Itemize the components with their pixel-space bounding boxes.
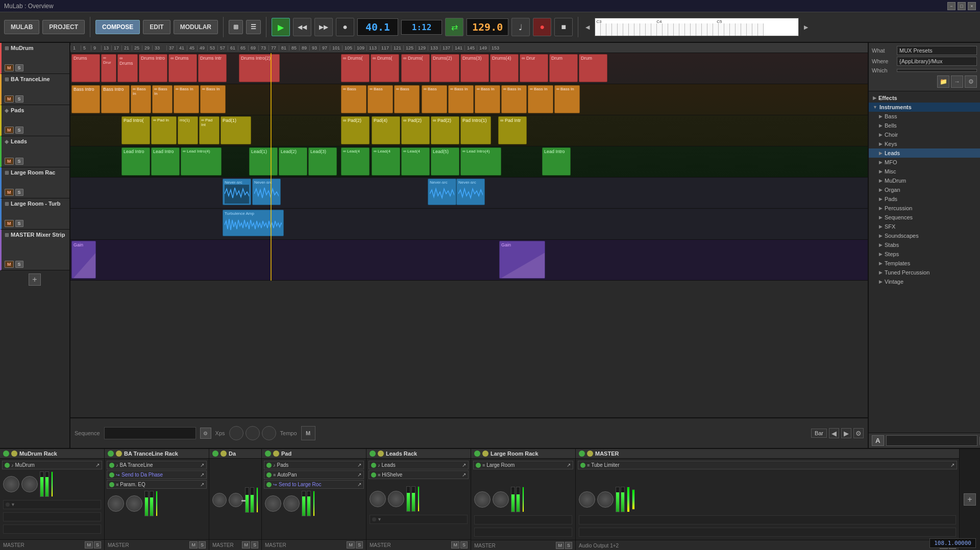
pad-knob[interactable] <box>265 495 281 512</box>
master-knob[interactable] <box>579 491 595 508</box>
bass-clip-5[interactable]: ∞ Bass In <box>174 85 199 113</box>
rewind-button[interactable]: ◀◀ <box>293 18 311 36</box>
turbulence-clip[interactable]: Turbulence Amp <box>223 210 284 236</box>
ba-knob2[interactable] <box>126 495 142 512</box>
mini-keyboard[interactable]: C3 C4 C5 <box>595 18 799 36</box>
pads-clip-1[interactable]: Pad Intro( <box>121 116 150 144</box>
ba-plugin-arrow[interactable]: ↗ <box>200 462 204 468</box>
mudrum-knob[interactable] <box>3 476 19 492</box>
pad-fader1[interactable] <box>302 491 306 516</box>
panic-button[interactable]: ■ <box>554 18 573 36</box>
leads-hi-plugin[interactable]: ≡ HiShelve ↗ <box>369 470 469 479</box>
list-view-button[interactable]: ☰ <box>246 20 261 34</box>
seq-btn-1[interactable] <box>229 426 243 440</box>
largeroom2-solo-btn[interactable]: S <box>15 220 23 227</box>
pads-clip-8[interactable]: ∞ Pad(2) <box>401 116 430 144</box>
tree-templates[interactable]: ▶ Templates <box>869 259 980 268</box>
leads-solo-btn[interactable]: S <box>15 158 23 165</box>
bass-mute-btn[interactable]: M <box>5 95 14 103</box>
bass-clip-6[interactable]: ∞ Bass In <box>200 85 226 113</box>
leads-knob[interactable] <box>370 491 386 507</box>
leads-clip-9[interactable]: ∞ Lead(4 <box>401 147 430 176</box>
pads-clip-9[interactable]: ∞ Pad(2) <box>431 116 459 144</box>
pads-clip-10[interactable]: Pad Intro(1) <box>460 116 491 144</box>
tree-soundscapes[interactable]: ▶ Soundscapes <box>869 231 980 240</box>
leads-clip-1[interactable]: Lead Intro <box>121 147 150 176</box>
drums-clip-9[interactable]: ∞ Drums( <box>371 54 399 82</box>
leads-clip-11[interactable]: ∞ Lead Intro(4) <box>460 147 501 176</box>
bar-prev-btn[interactable]: ◀ <box>829 428 839 438</box>
seq-btn-3[interactable] <box>262 426 276 440</box>
leads-clip-12[interactable]: Lead Intro <box>542 147 571 176</box>
largeroom-plugin-arrow[interactable]: ↗ <box>567 462 571 468</box>
bass-clip-10[interactable]: ∞ Bass <box>422 85 447 113</box>
bass-clip-8[interactable]: ∞ Bass <box>368 85 393 113</box>
largeroom-plugin[interactable]: ≡ Large Room ↗ <box>473 461 573 469</box>
mudrum-plugin[interactable]: ♪ MuDrum ↗ <box>2 461 102 469</box>
tree-misc[interactable]: ▶ Misc <box>869 167 980 176</box>
pad-fader2[interactable] <box>307 491 311 516</box>
pads-clip-4[interactable]: ∞ Pad Int <box>199 116 219 144</box>
edit-button[interactable]: EDIT <box>143 20 170 34</box>
mini-keyboard-prev[interactable]: ◀ <box>583 24 592 31</box>
record-button[interactable]: ● <box>533 18 551 36</box>
pad-plugin[interactable]: ♪ Pads ↗ <box>264 461 364 469</box>
bass-clip-12[interactable]: ∞ Bass In <box>475 85 500 113</box>
drums-clip-5[interactable]: ∞ Drums <box>168 54 197 82</box>
leads-clip-5[interactable]: Lead(2) <box>279 147 307 176</box>
bass-clip-15[interactable]: ∞ Bass In <box>554 85 580 113</box>
tree-sfx[interactable]: ▶ SFX <box>869 222 980 231</box>
metronome-button[interactable]: ♩ <box>511 18 530 36</box>
tree-bass[interactable]: ▶ Bass <box>869 112 980 121</box>
master-send-1[interactable] <box>579 515 956 524</box>
drums-clip-15[interactable]: Drum <box>549 54 578 82</box>
pads-solo-btn[interactable]: S <box>15 127 23 134</box>
master-plugin-arrow[interactable]: ↗ <box>950 462 954 468</box>
pad-send-plugin[interactable]: ↪ Send to Large Roc ↗ <box>264 480 364 489</box>
grid-view-button[interactable]: ⊞ <box>229 20 243 34</box>
tree-steps[interactable]: ▶ Steps <box>869 249 980 259</box>
modular-button[interactable]: MODULAR <box>174 20 218 34</box>
drums-clip-11[interactable]: Drums(2) <box>431 54 459 82</box>
tree-leads[interactable]: ▶ Leads <box>869 148 980 158</box>
pads-clip-2[interactable]: ∞ Pad In <box>151 116 177 144</box>
bass-clip-7[interactable]: ∞ Bass <box>341 85 366 113</box>
leads-clip-10[interactable]: Lead(5) <box>431 147 459 176</box>
pads-clip-3[interactable]: rro(1) <box>178 116 198 144</box>
pad-plugin-arrow[interactable]: ↗ <box>357 462 361 468</box>
preset-arrow-btn[interactable]: → <box>951 76 963 88</box>
largeroom-send-row[interactable] <box>474 515 572 524</box>
da-knob2[interactable] <box>229 493 243 507</box>
largeroom-fader2[interactable] <box>516 487 520 512</box>
preset-folder-btn[interactable]: 📁 <box>937 76 949 88</box>
pad-send-arrow[interactable]: ↗ <box>357 482 361 487</box>
master-solo-btn[interactable]: S <box>15 261 23 268</box>
leads-clip-6[interactable]: Lead(3) <box>308 147 337 176</box>
largeroom-knob[interactable] <box>474 491 491 508</box>
ba-plugin[interactable]: ♪ BA TranceLine ↗ <box>107 461 207 469</box>
gain-clip-2[interactable]: Gain <box>499 241 545 279</box>
largeroom-mute-btn[interactable]: M <box>5 189 14 196</box>
minimize-button[interactable]: − <box>947 2 955 10</box>
bass-solo-btn[interactable]: S <box>15 95 23 103</box>
forward-button[interactable]: ▶▶ <box>314 18 333 36</box>
ba-eq-arrow[interactable]: ↗ <box>200 482 204 487</box>
tree-mudrum[interactable]: ▶ MuDrum <box>869 176 980 185</box>
stop-button[interactable]: ● <box>336 18 354 36</box>
what-value[interactable]: MUX Presets <box>897 46 977 55</box>
where-value[interactable]: {AppLibrary}/Mux <box>897 57 977 66</box>
mudrum-send-1[interactable]: ▼ <box>3 500 101 509</box>
seq-btn-2[interactable] <box>246 426 260 440</box>
sequence-settings-btn[interactable]: ⚙ <box>200 428 211 439</box>
ba-fader1[interactable] <box>144 491 149 516</box>
drums-clip-13[interactable]: Drums(4) <box>490 54 519 82</box>
preset-settings-btn[interactable]: ⚙ <box>965 76 977 88</box>
mulab-button[interactable]: MULAB <box>4 20 39 34</box>
da-fader1[interactable] <box>245 487 249 513</box>
alpha-input[interactable] <box>886 435 977 446</box>
largeroom-knob2[interactable] <box>493 491 509 508</box>
compose-button[interactable]: COMPOSE <box>95 20 140 34</box>
tree-mfo[interactable]: ▶ MFO <box>869 158 980 167</box>
drums-clip-3[interactable]: ∞ Drums <box>117 54 138 82</box>
alpha-button[interactable]: A <box>872 435 884 446</box>
